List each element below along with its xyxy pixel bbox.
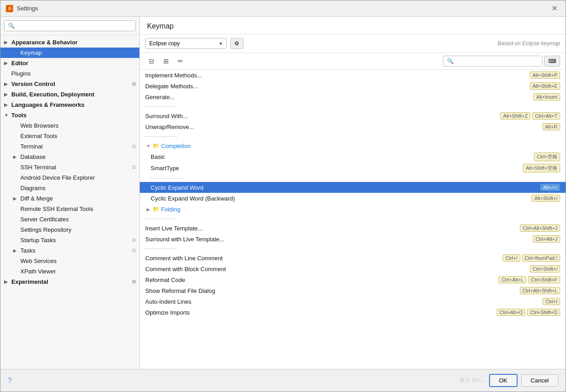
sidebar-item-android-device[interactable]: Android Device File Explorer: [0, 172, 139, 183]
sidebar-item-label: Appearance & Behavior: [11, 39, 136, 46]
keymap-search-input[interactable]: [443, 56, 542, 67]
shortcut-area: Alt+Shift+P: [530, 72, 560, 79]
edit-icon: ✏: [178, 57, 183, 65]
table-row[interactable]: Implement Methods... Alt+Shift+P: [140, 70, 566, 81]
table-row[interactable]: ▶ 📁 Folding: [140, 204, 566, 215]
table-row[interactable]: Auto-Indent Lines Ctrl+I: [140, 296, 566, 307]
table-row[interactable]: Unwrap/Remove... Alt+R: [140, 121, 566, 132]
sidebar-search-input[interactable]: [4, 20, 136, 31]
table-row[interactable]: Cyclic Expand Word Alt+/+/: [140, 182, 566, 193]
sidebar-item-label: Languages & Frameworks: [11, 101, 136, 108]
sidebar-item-settings-repo[interactable]: Settings Repository: [0, 225, 139, 235]
sidebar-item-label: Build, Execution, Deployment: [11, 91, 136, 98]
sidebar-item-startup-tasks[interactable]: Startup Tasks ⧉: [0, 235, 139, 245]
table-row[interactable]: Reformat Code Ctrl+Alt+L Ctrl+Shift+F: [140, 274, 566, 285]
shortcut-badge: Ctrl+Alt+L: [499, 276, 526, 283]
row-label: Surround with Live Template...: [145, 236, 533, 243]
separator-row: ------------: [140, 132, 566, 140]
sidebar-item-experimental[interactable]: ▶ Experimental ⧉: [0, 277, 139, 287]
collapse-all-icon: ⊟: [149, 57, 154, 65]
sidebar-item-languages[interactable]: ▶ Languages & Frameworks: [0, 100, 139, 110]
main-panel: Keymap Eclipse copy ▼ ⚙ Based on Eclipse…: [140, 17, 566, 369]
ok-button[interactable]: OK: [489, 374, 518, 387]
sidebar-tree: ▶ Appearance & Behavior Keymap ▶ Editor …: [0, 35, 139, 369]
sidebar-item-label: Remote SSH External Tools: [20, 206, 136, 212]
shortcut-area: Ctrl+空格: [534, 153, 560, 161]
sidebar-item-build[interactable]: ▶ Build, Execution, Deployment: [0, 89, 139, 100]
sidebar-item-tools[interactable]: ▼ Tools: [0, 110, 139, 120]
sidebar-item-server-certs[interactable]: Server Certificates: [0, 214, 139, 225]
shortcut-area: Ctrl+I: [542, 298, 560, 305]
sidebar-item-label: Tools: [11, 112, 136, 119]
action-toolbar: ⊟ ⊞ ✏ ⌨: [140, 53, 566, 70]
table-row[interactable]: Generate... Alt+Insert: [140, 91, 566, 102]
table-row[interactable]: Delegate Methods... Alt+Shift+E: [140, 81, 566, 91]
expand-all-button[interactable]: ⊞: [160, 56, 172, 67]
table-row[interactable]: Comment with Line Comment Ctrl+/ Ctrl+Nu…: [140, 253, 566, 263]
shortcut-badge: Ctrl+Alt+Shift+J: [520, 225, 560, 232]
folder-icon: 📁: [152, 143, 159, 149]
keymap-gear-button[interactable]: ⚙: [230, 38, 243, 49]
sidebar-item-xpath-viewer[interactable]: XPath Viewer: [0, 266, 139, 277]
row-label: Auto-Indent Lines: [145, 298, 542, 305]
keymap-selector[interactable]: Eclipse copy: [145, 38, 227, 49]
sidebar-item-diff-merge[interactable]: ▶ Diff & Merge: [0, 193, 139, 204]
sidebar-item-appearance[interactable]: ▶ Appearance & Behavior: [0, 37, 139, 48]
shortcut-badge: Alt+R: [542, 123, 560, 130]
table-row[interactable]: Surround With... Alt+Shift+Z Ctrl+Alt+T: [140, 110, 566, 121]
sidebar-item-tasks[interactable]: ▶ Tasks ⧉: [0, 245, 139, 256]
sidebar-item-ssh-terminal[interactable]: SSH Terminal ⧉: [0, 162, 139, 172]
folder-icon: 📁: [152, 206, 159, 212]
row-label: Implement Methods...: [145, 72, 530, 79]
close-button[interactable]: ✕: [549, 3, 560, 14]
row-indent: Show Reformat File Dialog: [145, 287, 520, 294]
sidebar-item-label: Editor: [11, 60, 136, 67]
shortcut-badge: Ctrl+Shift+F: [528, 276, 560, 283]
sidebar-item-plugins[interactable]: Plugins: [0, 68, 139, 79]
sidebar-item-label: Web Browsers: [20, 122, 136, 129]
row-indent: SmartType: [151, 165, 523, 172]
sidebar-item-remote-ssh[interactable]: Remote SSH External Tools: [0, 204, 139, 214]
table-row[interactable]: Cyclic Expand Word (Backward) Alt+Shift+…: [140, 193, 566, 204]
sidebar-item-web-services[interactable]: Web Services: [0, 256, 139, 266]
sidebar-item-web-browsers[interactable]: Web Browsers: [0, 120, 139, 131]
edit-shortcut-button[interactable]: ✏: [174, 56, 187, 67]
table-row[interactable]: Show Reformat File Dialog Ctrl+Alt+Shift…: [140, 285, 566, 296]
table-row[interactable]: Comment with Block Comment Ctrl+Shift+/: [140, 263, 566, 274]
row-label: Surround With...: [145, 113, 500, 120]
table-row[interactable]: ▼ 📁 Completion: [140, 140, 566, 151]
sidebar-item-keymap[interactable]: Keymap: [0, 48, 139, 58]
collapse-all-button[interactable]: ⊟: [145, 56, 158, 67]
table-row[interactable]: Basic Ctrl+空格: [140, 151, 566, 163]
help-button[interactable]: ?: [8, 377, 12, 385]
chevron-icon: ▶: [4, 92, 10, 97]
sidebar-item-version-control[interactable]: ▶ Version Control ⧉: [0, 79, 139, 89]
table-row[interactable]: SmartType Alt+Shift+空格: [140, 163, 566, 174]
search-area: ⌨: [443, 56, 560, 67]
shortcut-area: Alt+/+/: [540, 184, 560, 191]
table-row[interactable]: Surround with Live Template... Ctrl+Alt+…: [140, 234, 566, 244]
sidebar-item-external-tools[interactable]: External Tools: [0, 131, 139, 141]
chevron-icon: ▶: [13, 196, 19, 201]
shortcut-badge: Ctrl+/: [503, 254, 520, 262]
sidebar-item-diagrams[interactable]: Diagrams: [0, 183, 139, 193]
separator-row: ------------: [140, 102, 566, 110]
copy-icon: ⧉: [132, 81, 136, 87]
folder-expand-button[interactable]: ▶: [145, 206, 152, 212]
row-label: Insert Live Template...: [145, 225, 520, 232]
sidebar-item-terminal[interactable]: Terminal ⧉: [0, 141, 139, 152]
row-label: Delegate Methods...: [145, 83, 530, 90]
sidebar-item-database[interactable]: ▶ Database: [0, 152, 139, 162]
find-shortcut-button[interactable]: ⌨: [544, 56, 560, 67]
shortcut-badge: Alt+Shift+E: [530, 82, 560, 90]
shortcut-badge: Ctrl+Alt+O: [497, 309, 525, 316]
table-row[interactable]: Insert Live Template... Ctrl+Alt+Shift+J: [140, 223, 566, 234]
chevron-icon: ▶: [4, 102, 10, 107]
sidebar-item-editor[interactable]: ▶ Editor: [0, 58, 139, 68]
copy-icon: ⧉: [132, 237, 136, 243]
folder-expand-button[interactable]: ▼: [145, 143, 152, 149]
row-label: Cyclic Expand Word (Backward): [151, 195, 532, 202]
shortcut-area: Ctrl+Alt+O Ctrl+Shift+O: [497, 309, 560, 316]
table-row[interactable]: Optimize Imports Ctrl+Alt+O Ctrl+Shift+O: [140, 307, 566, 318]
cancel-button[interactable]: Cancel: [521, 374, 558, 387]
